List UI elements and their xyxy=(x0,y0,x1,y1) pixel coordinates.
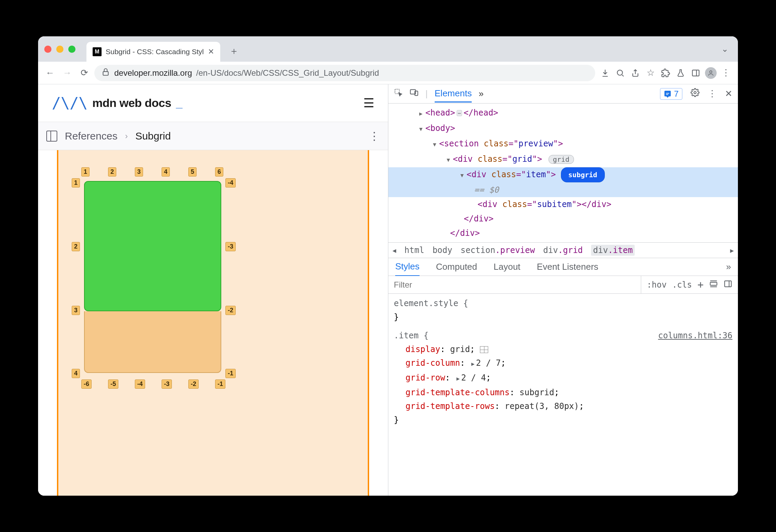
back-button[interactable]: ← xyxy=(43,66,57,80)
grid-item-tan xyxy=(84,311,221,373)
bc-seg[interactable]: section.preview xyxy=(460,245,535,255)
grid-line-label: 2 xyxy=(72,242,80,251)
sidebar-toggle-icon[interactable] xyxy=(46,131,57,142)
kebab-menu-icon[interactable]: ⋮ xyxy=(719,66,733,80)
bc-seg[interactable]: div.grid xyxy=(543,245,583,255)
rule-selector[interactable]: .item { xyxy=(394,329,428,342)
dom-node[interactable]: </div> xyxy=(388,211,738,226)
share-icon[interactable] xyxy=(628,66,643,80)
bc-scroll-right-icon[interactable]: ▶ xyxy=(730,247,734,254)
svg-rect-0 xyxy=(103,72,108,75)
lock-icon xyxy=(101,68,110,78)
dom-node[interactable]: </div> xyxy=(388,226,738,240)
styles-tab[interactable]: Styles xyxy=(395,261,420,276)
grid-line-label: 3 xyxy=(72,306,80,315)
rule-source-link[interactable]: columns.html:36 xyxy=(658,329,732,342)
devtools-kebab-icon[interactable]: ⋮ xyxy=(708,88,717,99)
css-prop[interactable]: grid-row: ▶2 / 4; xyxy=(394,371,732,386)
grid-line-label: 4 xyxy=(162,167,170,177)
mdn-brand-text: mdn web docs xyxy=(92,96,171,110)
dom-node[interactable]: ▼<section class="preview"> xyxy=(388,136,738,152)
inspect-icon[interactable] xyxy=(394,88,403,99)
styles-filter-bar: :hov .cls + xyxy=(388,276,738,294)
demo-area: 1 2 3 4 5 6 1 2 3 4 -4 -3 -2 xyxy=(38,150,388,496)
breadcrumb-references[interactable]: References xyxy=(65,130,117,142)
grid-line-label: -3 xyxy=(225,242,236,251)
hov-toggle[interactable]: :hov xyxy=(647,280,667,290)
css-prop[interactable]: grid-template-columns: subgrid; xyxy=(394,386,732,399)
url-host: developer.mozilla.org xyxy=(114,68,192,78)
chevron-right-icon: › xyxy=(125,131,128,141)
hamburger-menu-icon[interactable]: ☰ xyxy=(363,96,374,110)
mdn-cursor: _ xyxy=(176,96,182,110)
side-panel-icon[interactable] xyxy=(689,66,703,80)
devtools-tabs: | Elements » 7 ⋮ ✕ xyxy=(388,84,738,104)
close-window-button[interactable] xyxy=(44,46,51,53)
tabs-overflow-icon[interactable]: » xyxy=(479,88,483,99)
grid-line-label: 2 xyxy=(108,167,116,177)
svg-point-7 xyxy=(694,92,696,94)
dom-node[interactable]: ▶<head>⋯</head> xyxy=(388,106,738,121)
new-tab-button[interactable]: ＋ xyxy=(227,44,241,58)
reload-button[interactable]: ⟳ xyxy=(77,66,92,80)
extensions-icon[interactable] xyxy=(658,66,673,80)
avatar xyxy=(705,67,717,79)
rule-selector[interactable]: element.style { xyxy=(394,297,468,310)
bookmark-icon[interactable]: ☆ xyxy=(643,66,658,80)
bc-scroll-left-icon[interactable]: ◀ xyxy=(392,247,396,254)
cls-toggle[interactable]: .cls xyxy=(672,280,692,290)
zoom-icon[interactable] xyxy=(613,66,627,80)
grid-badge[interactable]: grid xyxy=(549,155,574,164)
dom-node[interactable]: <div class="subitem"></div> xyxy=(388,197,738,211)
computed-tab[interactable]: Computed xyxy=(436,262,477,272)
dom-tree[interactable]: ▶<head>⋯</head> ▼<body> ▼<section class=… xyxy=(388,104,738,242)
toolbar-actions: ☆ ⋮ xyxy=(598,66,733,80)
tab-overflow-icon[interactable]: ⌄ xyxy=(721,44,728,54)
profile-button[interactable] xyxy=(704,66,718,80)
css-prop[interactable]: display: grid; xyxy=(394,342,732,356)
dom-node[interactable]: ▼<body> xyxy=(388,121,738,136)
grid-editor-icon[interactable] xyxy=(480,346,488,353)
subgrid-badge[interactable]: subgrid xyxy=(562,169,603,181)
grid-line-label: -1 xyxy=(225,369,236,378)
toggle-pane-icon[interactable] xyxy=(724,279,732,290)
install-icon[interactable] xyxy=(598,66,612,80)
issues-badge[interactable]: 7 xyxy=(660,88,682,100)
css-prop[interactable]: grid-column: ▶2 / 7; xyxy=(394,356,732,371)
bc-seg[interactable]: html xyxy=(404,245,424,255)
address-bar[interactable]: developer.mozilla.org/en-US/docs/Web/CSS… xyxy=(94,65,595,81)
elements-tab[interactable]: Elements xyxy=(435,88,472,102)
styles-more-icon[interactable]: » xyxy=(726,262,731,272)
mdn-logo-mark: /\/\ xyxy=(52,94,87,112)
demo-grid-container: 1 2 3 4 5 6 1 2 3 4 -4 -3 -2 xyxy=(57,150,369,496)
labs-icon[interactable] xyxy=(673,66,688,80)
event-listeners-tab[interactable]: Event Listeners xyxy=(537,262,598,272)
grid-line-label: 5 xyxy=(188,167,197,177)
device-mode-icon[interactable] xyxy=(410,88,419,99)
breadcrumb-bar: References › Subgrid ⋮ xyxy=(38,122,388,150)
bc-seg[interactable]: body xyxy=(433,245,452,255)
dom-node-selected[interactable]: ▼<div class="item"> subgrid xyxy=(388,167,738,183)
grid-line-label: -3 xyxy=(162,379,172,389)
bc-seg-current[interactable]: div.item xyxy=(591,245,635,256)
minimize-window-button[interactable] xyxy=(56,46,63,53)
dom-node[interactable]: ▼<div class="grid"> grid xyxy=(388,152,738,167)
styles-filter-input[interactable] xyxy=(388,276,641,293)
tab-title: Subgrid - CSS: Cascading Styl xyxy=(106,48,204,56)
content-area: /\/\ mdn web docs _ ☰ References › Subgr… xyxy=(38,84,738,496)
mdn-logo[interactable]: /\/\ mdn web docs _ xyxy=(52,94,183,112)
settings-gear-icon[interactable] xyxy=(691,88,699,99)
flex-align-icon[interactable] xyxy=(709,279,718,290)
page-menu-icon[interactable]: ⋮ xyxy=(369,130,380,143)
css-rules[interactable]: element.style { } .item { columns.html:3… xyxy=(388,294,738,496)
layout-tab[interactable]: Layout xyxy=(494,262,520,272)
new-rule-icon[interactable]: + xyxy=(697,279,704,291)
browser-tab[interactable]: M Subgrid - CSS: Cascading Styl ✕ xyxy=(86,42,220,62)
css-prop[interactable]: grid-template-rows: repeat(3, 80px); xyxy=(394,399,732,413)
devtools-close-icon[interactable]: ✕ xyxy=(725,88,732,99)
grid-line-label: -4 xyxy=(135,379,145,389)
close-tab-icon[interactable]: ✕ xyxy=(208,47,214,56)
favicon: M xyxy=(93,47,102,56)
forward-button[interactable]: → xyxy=(60,66,74,80)
maximize-window-button[interactable] xyxy=(68,46,75,53)
